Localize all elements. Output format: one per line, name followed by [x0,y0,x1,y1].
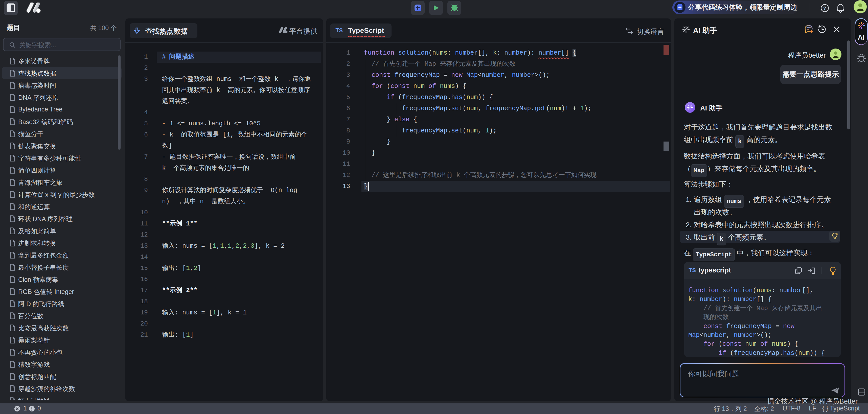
svg-text:?: ? [823,6,826,11]
